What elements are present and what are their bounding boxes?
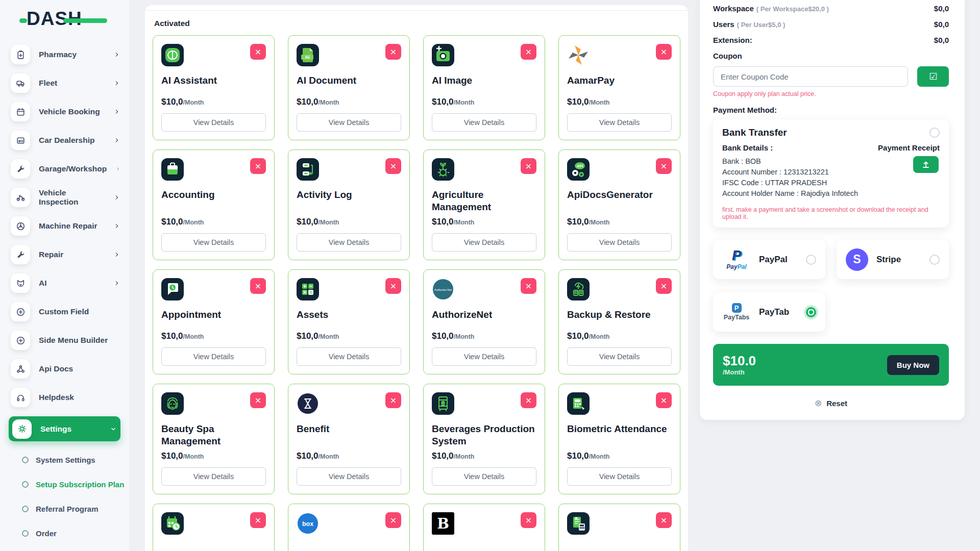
remove-addon-button[interactable]: × [385,512,401,528]
view-details-button[interactable]: View Details [567,347,672,366]
gear-icon [12,419,32,439]
remove-addon-button[interactable]: × [385,158,401,174]
submenu-item-order[interactable]: Order [0,521,129,545]
reset-button[interactable]: ⊗ Reset [713,398,949,409]
box-logo-icon: box [297,512,319,535]
view-details-button[interactable]: View Details [161,347,266,366]
addon-title: AuthorizeNet [432,309,536,327]
remove-addon-button[interactable]: × [521,392,536,408]
sidebar-item-garage-workshop[interactable]: Garage/Workshop [11,159,124,179]
chevron-right-icon [113,108,121,116]
remove-addon-button[interactable]: × [656,158,672,174]
upload-receipt-button[interactable] [913,156,939,173]
bank-transfer-radio[interactable] [929,128,940,138]
view-details-button[interactable]: View Details [567,113,672,132]
remove-addon-button[interactable]: × [521,44,536,60]
sidebar-item-custom-field[interactable]: Custom Field [11,302,124,321]
remove-addon-button[interactable]: × [250,392,266,408]
stripe-logo-icon: S [846,248,868,271]
remove-addon-button[interactable]: × [656,512,672,528]
workspace-note: ( Per Workspace$20,0 ) [756,5,829,13]
bank-details-label: Bank Details : [722,143,773,152]
calculator-grid-icon [297,278,319,300]
remove-addon-button[interactable]: × [250,512,266,528]
view-details-button[interactable]: View Details [432,467,536,486]
circle-x-icon: ⊗ [815,398,822,409]
view-details-button[interactable]: View Details [161,467,266,486]
view-details-button[interactable]: View Details [567,467,672,486]
remove-addon-button[interactable]: × [385,392,401,408]
chat-clock-icon [161,278,184,300]
stripe-option[interactable]: S Stripe [837,240,949,279]
view-details-button[interactable]: View Details [297,233,401,252]
sidebar-item-ai[interactable]: AI [11,273,124,293]
remove-addon-button[interactable]: × [521,512,536,528]
sidebar-item-repair[interactable]: Repair [11,245,124,264]
addon-title: AI Document [297,74,401,93]
remove-addon-button[interactable]: × [521,278,536,294]
ai-camera-icon [432,44,454,66]
view-details-button[interactable]: View Details [432,113,536,132]
view-details-button[interactable]: View Details [297,347,401,366]
paytab-radio-selected[interactable] [806,307,816,317]
sidebar-nav: Pharmacy Fleet Vehicle Booking Car Deale… [0,45,129,545]
fox-icon [11,273,30,293]
coupon-label: Coupon [713,52,949,60]
workspace-row: Workspace ( Per Workspace$20,0 ) $0,0 [713,4,949,13]
paypal-radio[interactable] [806,255,816,265]
view-details-button[interactable]: View Details [432,233,536,252]
remove-addon-button[interactable]: × [250,44,266,60]
sidebar-item-pharmacy[interactable]: Pharmacy [11,45,124,64]
apply-coupon-button[interactable]: ☑ [917,66,949,87]
buy-now-button[interactable]: Buy Now [887,355,939,375]
paypal-logo-icon: P PayPal [722,249,751,270]
submenu-item-referral-program[interactable]: Referral Program [0,496,129,521]
remove-addon-button[interactable]: × [385,278,401,294]
addon-card-appointment: × Appointment $10,0/Month View Details [153,269,275,374]
remove-addon-button[interactable]: × [521,158,536,174]
bank-transfer-card: Bank Transfer Bank Details : Payment Rec… [713,119,949,228]
sidebar-item-fleet[interactable]: Fleet [11,73,124,93]
remove-addon-button[interactable]: × [656,278,672,294]
sidebar-item-car-dealership[interactable]: Car Dealership [11,131,124,150]
agriculture-icon [432,158,454,181]
activity-log-icon [297,158,319,181]
submenu-item-setup-subscription-plan[interactable]: Setup Subscription Plan [0,472,129,496]
paypal-option[interactable]: P PayPal PayPal [713,240,825,279]
headphones-icon [11,388,30,407]
sidebar-item-side-menu-builder[interactable]: Side Menu Builder [11,331,124,350]
total-amount: $10.0 [723,354,756,368]
bank-note: first, make a payment and take a screens… [722,206,940,220]
remove-addon-button[interactable]: × [385,44,401,60]
ai-brain-icon [161,44,184,66]
sidebar-item-helpdesk[interactable]: Helpdesk [11,388,124,407]
view-details-button[interactable]: View Details [297,113,401,132]
stripe-radio[interactable] [929,255,940,265]
view-details-button[interactable]: View Details [161,233,266,252]
sidebar-item-machine-repair[interactable]: Machine Repair [11,216,124,236]
view-details-button[interactable]: View Details [432,347,536,366]
chevron-right-icon [113,279,121,287]
biometric-device-icon [567,392,590,415]
sidebar-item-settings[interactable]: Settings [9,416,120,441]
sidebar-item-vehicle-inspection[interactable]: Vehicle Inspection [11,188,124,207]
view-details-button[interactable]: View Details [297,467,401,486]
logo-bar-icon [63,18,107,23]
addon-title: Biometric Attendance [567,423,672,447]
remove-addon-button[interactable]: × [250,278,266,294]
view-details-button[interactable]: View Details [567,233,672,252]
paytab-option[interactable]: P PayTabs PayTab [713,292,825,332]
addon-title: Benefit [297,423,401,447]
sidebar-item-vehicle-booking[interactable]: Vehicle Booking [11,102,124,121]
paytabs-logo-icon: P PayTabs [722,303,751,321]
remove-addon-button[interactable]: × [250,158,266,174]
logo-dash-icon [19,18,27,23]
remove-addon-button[interactable]: × [656,44,672,60]
remove-addon-button[interactable]: × [656,392,672,408]
calendar-icon [11,102,30,121]
coupon-input[interactable] [713,66,908,87]
view-details-button[interactable]: View Details [161,113,266,132]
submenu-item-system-settings[interactable]: System Settings [0,447,129,472]
sidebar-item-api-docs[interactable]: Api Docs [11,359,124,379]
addon-card-ai-image: × AI Image $10,0/Month View Details [423,35,545,140]
